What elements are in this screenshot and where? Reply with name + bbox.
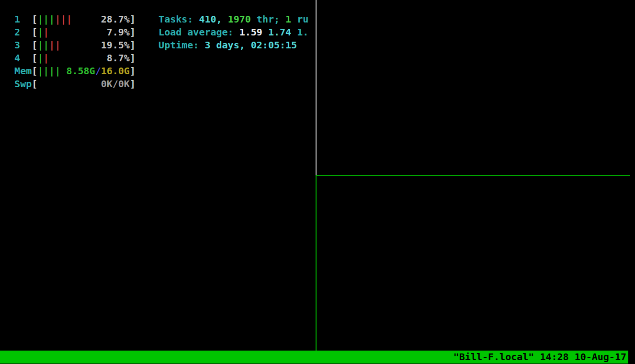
meter-value: 28.7% bbox=[101, 13, 130, 26]
meter-3: ||||19.5% bbox=[37, 39, 130, 52]
shell-pane[interactable] bbox=[317, 176, 630, 351]
meter-value: 8.58G/16.0G bbox=[66, 65, 129, 78]
load-average: Load average: 1.59 1.74 1. bbox=[159, 26, 308, 38]
tmux-screen: 1[||||||28.7%]Tasks: 410, 1970 thr; 1 ru… bbox=[0, 0, 635, 364]
meter-label: 2 bbox=[14, 26, 32, 39]
meter-label: 1 bbox=[14, 13, 32, 26]
meter-bars: |||| bbox=[37, 65, 60, 78]
tasks-summary: Tasks: 410, 1970 thr; 1 ru bbox=[159, 13, 308, 25]
meter-1: ||||||28.7% bbox=[37, 13, 130, 26]
meter-row-3: 3[||||19.5%]Uptime: 3 days, 02:05:15 bbox=[3, 39, 319, 52]
clock-pane bbox=[317, 0, 630, 175]
meter-bars: || bbox=[37, 26, 49, 39]
meter-2: ||7.9% bbox=[37, 26, 130, 39]
status-host-time: "Bill-F.local" 14:28 10-Aug-17 bbox=[454, 351, 626, 364]
meter-4: ||8.7% bbox=[37, 52, 130, 65]
meter-value: 0K/0K bbox=[101, 78, 130, 91]
tmux-status-bar: "Bill-F.local" 14:28 10-Aug-17 bbox=[0, 351, 628, 364]
uptime: Uptime: 3 days, 02:05:15 bbox=[159, 39, 297, 51]
meter-label: 4 bbox=[14, 52, 32, 65]
htop-pane: 1[||||||28.7%]Tasks: 410, 1970 thr; 1 ru… bbox=[0, 0, 319, 350]
meter-swp: 0K/0K bbox=[37, 78, 130, 91]
meter-value: 8.7% bbox=[107, 52, 130, 65]
meter-value: 7.9% bbox=[107, 26, 130, 39]
digital-clock bbox=[381, 39, 563, 105]
meter-row-swp: Swp[0K/0K] bbox=[3, 78, 319, 91]
meter-row-4: 4[||8.7%] bbox=[3, 52, 319, 65]
meter-bars: || bbox=[37, 52, 49, 65]
blank-row bbox=[3, 0, 319, 13]
meter-bars: |||| bbox=[37, 39, 60, 52]
meter-label: Swp bbox=[14, 78, 32, 91]
meter-value: 19.5% bbox=[101, 39, 130, 52]
meter-label: 3 bbox=[14, 39, 32, 52]
meter-mem: ||||8.58G/16.0G bbox=[37, 65, 130, 78]
meter-bars: |||||| bbox=[37, 13, 72, 26]
htop-function-key-bar bbox=[0, 336, 316, 349]
blank-row bbox=[3, 91, 319, 103]
htop-content: 1[||||||28.7%]Tasks: 410, 1970 thr; 1 ru… bbox=[3, 0, 319, 103]
meter-row-1: 1[||||||28.7%]Tasks: 410, 1970 thr; 1 ru bbox=[3, 13, 319, 26]
meter-row-2: 2[||7.9%]Load average: 1.59 1.74 1. bbox=[3, 26, 319, 39]
meter-row-mem: Mem[||||8.58G/16.0G] bbox=[3, 65, 319, 78]
meter-label: Mem bbox=[14, 65, 32, 78]
